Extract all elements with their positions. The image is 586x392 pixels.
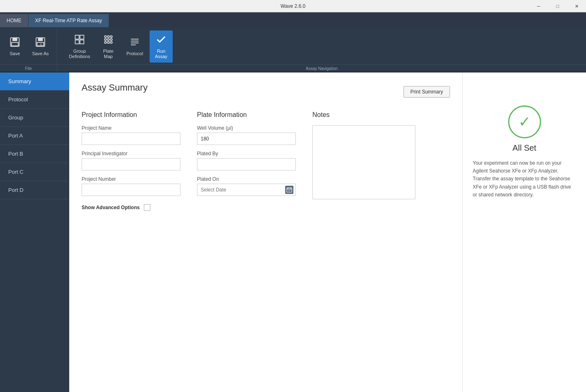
run-assay-icon (155, 34, 167, 47)
content-area: Assay Summary Print Summary Project Info… (69, 72, 462, 392)
sidebar: Summary Protocol Group Port A Port B Por… (0, 72, 69, 392)
notes-column: Notes (312, 111, 415, 199)
project-number-input[interactable] (82, 184, 180, 196)
principal-investigator-label: Principal Investigator (82, 151, 180, 156)
save-button[interactable]: Save (3, 30, 26, 63)
save-as-icon: A (35, 36, 46, 49)
all-set-circle: ✓ (508, 105, 541, 138)
tab-home[interactable]: HOME (0, 14, 28, 27)
print-summary-button[interactable]: Print Summary (403, 86, 450, 98)
project-number-label: Project Number (82, 176, 180, 182)
protocol-button[interactable]: Protocol (122, 30, 148, 63)
tab-bar: HOME XF Real-Time ATP Rate Assay (0, 12, 586, 27)
notes-title: Notes (312, 111, 415, 119)
ribbon: Save A Save As File (0, 27, 586, 72)
advanced-options-label: Show Advanced Options (82, 205, 140, 210)
svg-rect-10 (80, 40, 84, 44)
svg-point-12 (107, 35, 109, 37)
project-name-label: Project Name (82, 125, 180, 131)
advanced-options-row: Show Advanced Options (82, 204, 180, 211)
well-volume-label: Well Volume (µl) (197, 125, 296, 131)
project-name-group: Project Name (82, 125, 180, 145)
svg-text:A: A (40, 43, 42, 47)
project-number-group: Project Number (82, 176, 180, 196)
run-assay-button[interactable]: Run Assay (150, 30, 173, 63)
sidebar-item-port-d[interactable]: Port D (0, 181, 69, 199)
project-info-column: Project Information Project Name Princip… (82, 111, 180, 211)
plated-on-group: Plated On 15 (197, 176, 296, 196)
assay-title: Assay Summary (82, 82, 148, 93)
tab-assay[interactable]: XF Real-Time ATP Rate Assay (28, 14, 109, 27)
project-name-input[interactable] (82, 133, 180, 145)
right-panel: ✓ All Set Your experiment can now be run… (462, 72, 586, 392)
notes-textarea[interactable] (312, 125, 415, 199)
file-section-label: File (0, 64, 57, 72)
svg-point-18 (107, 41, 109, 43)
group-definitions-icon (74, 34, 85, 47)
calendar-icon[interactable]: 15 (285, 186, 293, 194)
svg-rect-1 (12, 38, 17, 41)
principal-investigator-group: Principal Investigator (82, 151, 180, 170)
all-set-description: Your experiment can now be run on your A… (473, 159, 576, 199)
principal-investigator-input[interactable] (82, 158, 180, 170)
sidebar-item-summary[interactable]: Summary (0, 72, 69, 91)
assay-nav-section-label: Assay Navigation (57, 64, 586, 72)
plated-by-label: Plated By (197, 151, 296, 156)
svg-point-19 (110, 41, 112, 43)
plate-info-column: Plate Information Well Volume (µl) Plate… (197, 111, 296, 202)
title-bar: Wave 2.6.0 ─ □ ✕ (0, 0, 586, 12)
svg-text:15: 15 (288, 189, 291, 192)
svg-point-17 (104, 41, 106, 43)
sidebar-item-port-a[interactable]: Port A (0, 127, 69, 145)
svg-rect-8 (80, 35, 84, 39)
app-title: Wave 2.6.0 (281, 3, 305, 9)
project-info-title: Project Information (82, 111, 180, 119)
svg-rect-9 (75, 40, 79, 44)
svg-point-14 (104, 38, 106, 40)
maximize-button[interactable]: □ (548, 0, 567, 12)
plate-map-icon (103, 34, 114, 47)
sidebar-item-group[interactable]: Group (0, 109, 69, 127)
advanced-options-checkbox[interactable] (144, 204, 150, 211)
svg-point-16 (110, 38, 112, 40)
plated-by-input[interactable] (197, 158, 296, 170)
svg-point-11 (104, 35, 106, 37)
sidebar-item-port-b[interactable]: Port B (0, 145, 69, 163)
checkmark-icon: ✓ (518, 114, 531, 129)
svg-rect-2 (12, 43, 18, 46)
sidebar-item-protocol[interactable]: Protocol (0, 91, 69, 109)
protocol-icon (129, 36, 141, 49)
plated-by-group: Plated By (197, 151, 296, 170)
all-set-title: All Set (513, 143, 537, 153)
plated-on-input[interactable] (197, 184, 296, 196)
columns-row: Project Information Project Name Princip… (82, 111, 450, 211)
svg-rect-4 (38, 38, 43, 41)
group-definitions-button[interactable]: Group Definitions (64, 30, 95, 63)
save-as-button[interactable]: A Save As (27, 30, 54, 63)
plate-map-button[interactable]: Plate Map (97, 30, 120, 63)
close-button[interactable]: ✕ (567, 0, 586, 12)
well-volume-group: Well Volume (µl) (197, 125, 296, 145)
svg-point-13 (110, 35, 112, 37)
svg-point-15 (107, 38, 109, 40)
plate-info-title: Plate Information (197, 111, 296, 119)
window-controls: ─ □ ✕ (529, 0, 586, 12)
well-volume-input[interactable] (197, 133, 296, 145)
plated-on-label: Plated On (197, 176, 296, 182)
sidebar-item-port-c[interactable]: Port C (0, 163, 69, 181)
assay-header: Assay Summary Print Summary (82, 82, 450, 101)
save-icon (9, 36, 21, 49)
svg-rect-7 (75, 35, 79, 39)
minimize-button[interactable]: ─ (529, 0, 548, 12)
plated-on-wrapper: 15 (197, 184, 296, 196)
